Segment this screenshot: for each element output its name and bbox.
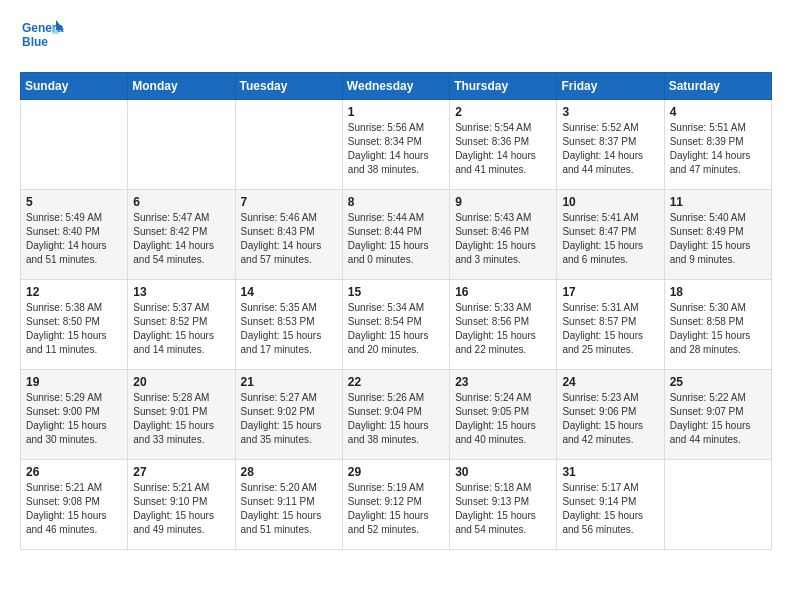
day-number: 26 <box>26 465 122 479</box>
day-info: Sunrise: 5:27 AM Sunset: 9:02 PM Dayligh… <box>241 391 337 447</box>
day-info: Sunrise: 5:35 AM Sunset: 8:53 PM Dayligh… <box>241 301 337 357</box>
day-number: 28 <box>241 465 337 479</box>
day-cell: 19Sunrise: 5:29 AM Sunset: 9:00 PM Dayli… <box>21 370 128 460</box>
day-cell: 1Sunrise: 5:56 AM Sunset: 8:34 PM Daylig… <box>342 100 449 190</box>
day-number: 11 <box>670 195 766 209</box>
day-number: 23 <box>455 375 551 389</box>
day-info: Sunrise: 5:56 AM Sunset: 8:34 PM Dayligh… <box>348 121 444 177</box>
day-number: 5 <box>26 195 122 209</box>
day-cell: 10Sunrise: 5:41 AM Sunset: 8:47 PM Dayli… <box>557 190 664 280</box>
day-cell: 15Sunrise: 5:34 AM Sunset: 8:54 PM Dayli… <box>342 280 449 370</box>
day-info: Sunrise: 5:54 AM Sunset: 8:36 PM Dayligh… <box>455 121 551 177</box>
header-cell-friday: Friday <box>557 73 664 100</box>
day-number: 3 <box>562 105 658 119</box>
day-number: 22 <box>348 375 444 389</box>
calendar-table: SundayMondayTuesdayWednesdayThursdayFrid… <box>20 72 772 550</box>
day-cell: 11Sunrise: 5:40 AM Sunset: 8:49 PM Dayli… <box>664 190 771 280</box>
header-cell-monday: Monday <box>128 73 235 100</box>
day-cell: 13Sunrise: 5:37 AM Sunset: 8:52 PM Dayli… <box>128 280 235 370</box>
day-cell: 31Sunrise: 5:17 AM Sunset: 9:14 PM Dayli… <box>557 460 664 550</box>
day-number: 9 <box>455 195 551 209</box>
day-info: Sunrise: 5:37 AM Sunset: 8:52 PM Dayligh… <box>133 301 229 357</box>
week-row-4: 19Sunrise: 5:29 AM Sunset: 9:00 PM Dayli… <box>21 370 772 460</box>
day-info: Sunrise: 5:23 AM Sunset: 9:06 PM Dayligh… <box>562 391 658 447</box>
day-cell <box>664 460 771 550</box>
day-info: Sunrise: 5:43 AM Sunset: 8:46 PM Dayligh… <box>455 211 551 267</box>
day-info: Sunrise: 5:21 AM Sunset: 9:10 PM Dayligh… <box>133 481 229 537</box>
day-number: 30 <box>455 465 551 479</box>
header-cell-sunday: Sunday <box>21 73 128 100</box>
day-info: Sunrise: 5:17 AM Sunset: 9:14 PM Dayligh… <box>562 481 658 537</box>
day-number: 13 <box>133 285 229 299</box>
day-info: Sunrise: 5:52 AM Sunset: 8:37 PM Dayligh… <box>562 121 658 177</box>
day-info: Sunrise: 5:31 AM Sunset: 8:57 PM Dayligh… <box>562 301 658 357</box>
week-row-2: 5Sunrise: 5:49 AM Sunset: 8:40 PM Daylig… <box>21 190 772 280</box>
day-number: 10 <box>562 195 658 209</box>
header-cell-thursday: Thursday <box>450 73 557 100</box>
day-number: 14 <box>241 285 337 299</box>
day-info: Sunrise: 5:24 AM Sunset: 9:05 PM Dayligh… <box>455 391 551 447</box>
day-cell: 21Sunrise: 5:27 AM Sunset: 9:02 PM Dayli… <box>235 370 342 460</box>
day-number: 29 <box>348 465 444 479</box>
day-info: Sunrise: 5:30 AM Sunset: 8:58 PM Dayligh… <box>670 301 766 357</box>
day-number: 21 <box>241 375 337 389</box>
day-number: 18 <box>670 285 766 299</box>
day-cell: 7Sunrise: 5:46 AM Sunset: 8:43 PM Daylig… <box>235 190 342 280</box>
day-number: 24 <box>562 375 658 389</box>
header-cell-saturday: Saturday <box>664 73 771 100</box>
day-number: 12 <box>26 285 122 299</box>
day-number: 2 <box>455 105 551 119</box>
day-info: Sunrise: 5:46 AM Sunset: 8:43 PM Dayligh… <box>241 211 337 267</box>
day-info: Sunrise: 5:28 AM Sunset: 9:01 PM Dayligh… <box>133 391 229 447</box>
day-number: 19 <box>26 375 122 389</box>
day-cell: 18Sunrise: 5:30 AM Sunset: 8:58 PM Dayli… <box>664 280 771 370</box>
day-number: 8 <box>348 195 444 209</box>
day-number: 15 <box>348 285 444 299</box>
day-cell: 29Sunrise: 5:19 AM Sunset: 9:12 PM Dayli… <box>342 460 449 550</box>
day-cell: 25Sunrise: 5:22 AM Sunset: 9:07 PM Dayli… <box>664 370 771 460</box>
svg-text:Blue: Blue <box>22 35 48 49</box>
day-info: Sunrise: 5:20 AM Sunset: 9:11 PM Dayligh… <box>241 481 337 537</box>
day-number: 31 <box>562 465 658 479</box>
day-number: 25 <box>670 375 766 389</box>
day-number: 7 <box>241 195 337 209</box>
day-cell: 27Sunrise: 5:21 AM Sunset: 9:10 PM Dayli… <box>128 460 235 550</box>
week-row-5: 26Sunrise: 5:21 AM Sunset: 9:08 PM Dayli… <box>21 460 772 550</box>
day-cell: 5Sunrise: 5:49 AM Sunset: 8:40 PM Daylig… <box>21 190 128 280</box>
day-cell: 30Sunrise: 5:18 AM Sunset: 9:13 PM Dayli… <box>450 460 557 550</box>
day-info: Sunrise: 5:26 AM Sunset: 9:04 PM Dayligh… <box>348 391 444 447</box>
day-cell: 20Sunrise: 5:28 AM Sunset: 9:01 PM Dayli… <box>128 370 235 460</box>
day-cell <box>128 100 235 190</box>
day-info: Sunrise: 5:22 AM Sunset: 9:07 PM Dayligh… <box>670 391 766 447</box>
day-info: Sunrise: 5:40 AM Sunset: 8:49 PM Dayligh… <box>670 211 766 267</box>
day-cell: 23Sunrise: 5:24 AM Sunset: 9:05 PM Dayli… <box>450 370 557 460</box>
day-cell: 24Sunrise: 5:23 AM Sunset: 9:06 PM Dayli… <box>557 370 664 460</box>
calendar-header: SundayMondayTuesdayWednesdayThursdayFrid… <box>21 73 772 100</box>
header-row: SundayMondayTuesdayWednesdayThursdayFrid… <box>21 73 772 100</box>
day-cell: 8Sunrise: 5:44 AM Sunset: 8:44 PM Daylig… <box>342 190 449 280</box>
day-info: Sunrise: 5:34 AM Sunset: 8:54 PM Dayligh… <box>348 301 444 357</box>
day-cell: 12Sunrise: 5:38 AM Sunset: 8:50 PM Dayli… <box>21 280 128 370</box>
day-cell: 16Sunrise: 5:33 AM Sunset: 8:56 PM Dayli… <box>450 280 557 370</box>
day-number: 17 <box>562 285 658 299</box>
day-cell: 4Sunrise: 5:51 AM Sunset: 8:39 PM Daylig… <box>664 100 771 190</box>
day-cell: 14Sunrise: 5:35 AM Sunset: 8:53 PM Dayli… <box>235 280 342 370</box>
day-number: 1 <box>348 105 444 119</box>
day-cell: 3Sunrise: 5:52 AM Sunset: 8:37 PM Daylig… <box>557 100 664 190</box>
day-info: Sunrise: 5:44 AM Sunset: 8:44 PM Dayligh… <box>348 211 444 267</box>
logo: General Blue <box>20 16 64 60</box>
day-number: 16 <box>455 285 551 299</box>
day-number: 6 <box>133 195 229 209</box>
day-info: Sunrise: 5:51 AM Sunset: 8:39 PM Dayligh… <box>670 121 766 177</box>
page-header: General Blue <box>20 16 772 60</box>
day-info: Sunrise: 5:41 AM Sunset: 8:47 PM Dayligh… <box>562 211 658 267</box>
day-cell: 2Sunrise: 5:54 AM Sunset: 8:36 PM Daylig… <box>450 100 557 190</box>
day-info: Sunrise: 5:49 AM Sunset: 8:40 PM Dayligh… <box>26 211 122 267</box>
header-cell-tuesday: Tuesday <box>235 73 342 100</box>
week-row-3: 12Sunrise: 5:38 AM Sunset: 8:50 PM Dayli… <box>21 280 772 370</box>
day-cell: 9Sunrise: 5:43 AM Sunset: 8:46 PM Daylig… <box>450 190 557 280</box>
day-info: Sunrise: 5:29 AM Sunset: 9:00 PM Dayligh… <box>26 391 122 447</box>
day-info: Sunrise: 5:19 AM Sunset: 9:12 PM Dayligh… <box>348 481 444 537</box>
day-info: Sunrise: 5:18 AM Sunset: 9:13 PM Dayligh… <box>455 481 551 537</box>
day-info: Sunrise: 5:47 AM Sunset: 8:42 PM Dayligh… <box>133 211 229 267</box>
